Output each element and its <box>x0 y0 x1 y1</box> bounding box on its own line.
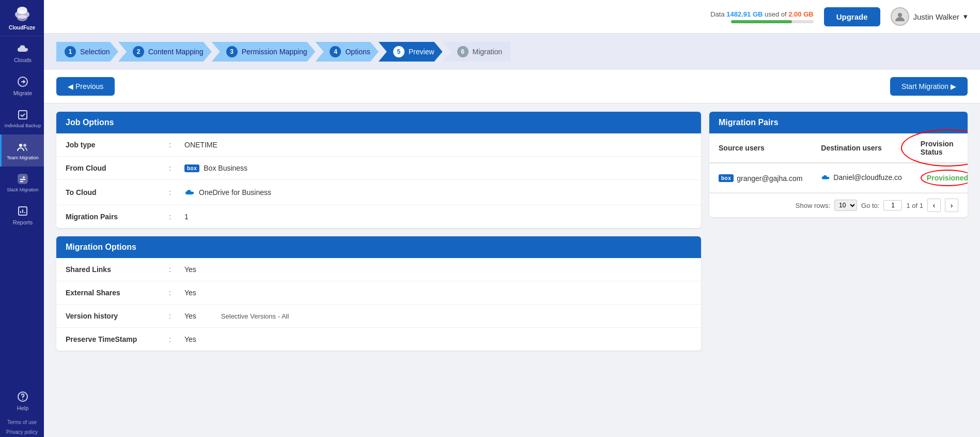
to-cloud-value: OneDrive for Business <box>184 187 692 198</box>
to-cloud-row: To Cloud : OneDrive for Business <box>56 180 701 205</box>
external-shares-colon: : <box>169 289 184 297</box>
pagination-prev-button[interactable]: ‹ <box>927 199 941 212</box>
right-panel: Migration Pairs Source users Destination… <box>709 112 968 351</box>
step-num-6: 6 <box>457 46 469 57</box>
sidebar-item-clouds-label: Clouds <box>14 57 32 63</box>
privacy-policy-link[interactable]: Privacy policy <box>6 427 38 437</box>
version-history-label: Version history <box>66 312 169 320</box>
terms-of-use-link[interactable]: Terms of use <box>7 417 37 427</box>
data-used: 1482.91 GB <box>726 10 763 18</box>
data-total: 2.00 GB <box>788 10 813 18</box>
box-cloud-icon: box <box>184 164 199 172</box>
version-history-colon: : <box>169 312 184 320</box>
page-info: 1 of 1 <box>906 202 923 209</box>
migration-pairs-row: Migration Pairs : 1 <box>56 205 701 228</box>
sidebar-item-reports-label: Reports <box>13 219 33 225</box>
source-users-header: Source users <box>709 133 812 163</box>
to-cloud-colon: : <box>169 188 184 197</box>
sidebar-bottom: Help Terms of use Privacy policy <box>0 384 44 437</box>
rows-per-page-select[interactable]: 10 25 50 <box>834 200 857 211</box>
svg-point-2 <box>17 15 27 21</box>
from-cloud-name: Box Business <box>204 164 247 172</box>
external-shares-row: External Shares : Yes <box>56 281 701 305</box>
sidebar-item-clouds[interactable]: Clouds <box>0 36 44 69</box>
step-permission-mapping[interactable]: 3 Permission Mapping <box>212 42 316 62</box>
previous-button[interactable]: ◀ Previous <box>56 77 115 96</box>
step-num-3: 3 <box>226 46 238 57</box>
data-progress-bar <box>731 20 814 23</box>
team-migration-icon <box>17 141 29 153</box>
migration-options-body: Shared Links : Yes External Shares : Yes… <box>56 258 701 351</box>
user-chevron-icon: ▾ <box>963 12 968 21</box>
preserve-timestamp-row: Preserve TimeStamp : Yes <box>56 328 701 351</box>
migration-pairs-card-header: Migration Pairs <box>709 112 968 133</box>
step-num-2: 2 <box>133 46 144 57</box>
shared-links-colon: : <box>169 265 184 274</box>
step-preview[interactable]: 5 Preview <box>379 42 443 62</box>
source-user-email: granger@gajha.com <box>737 174 802 183</box>
progress-bar-fill <box>731 20 792 23</box>
svg-point-11 <box>22 399 23 400</box>
step-selection[interactable]: 1 Selection <box>56 42 118 62</box>
sidebar-item-individual-backup[interactable]: Individual Backup <box>0 102 44 134</box>
step-label-4: Options <box>345 48 370 56</box>
to-cloud-name: OneDrive for Business <box>199 188 271 197</box>
destination-onedrive-icon <box>821 173 830 182</box>
data-usage: Data 1482.91 GB used of 2.00 GB <box>710 10 813 23</box>
help-icon <box>17 390 29 403</box>
sidebar-item-slack-migration[interactable]: Slack Migration <box>0 167 44 199</box>
sidebar-item-migrate[interactable]: Migrate <box>0 69 44 102</box>
from-cloud-value: box Box Business <box>184 164 692 172</box>
migration-pairs-value: 1 <box>184 213 692 221</box>
user-avatar-icon <box>894 11 906 22</box>
svg-point-6 <box>23 144 26 147</box>
action-bar: ◀ Previous Start Migration ▶ <box>44 70 980 103</box>
user-name: Justin Walker <box>913 12 959 21</box>
migration-options-header: Migration Options <box>56 236 701 258</box>
from-cloud-label: From Cloud <box>66 164 169 172</box>
destination-user-cell: Daniel@cloudfuze.co <box>812 163 911 193</box>
reports-icon <box>17 205 29 217</box>
start-migration-button[interactable]: Start Migration ▶ <box>890 77 968 96</box>
external-shares-label: External Shares <box>66 289 169 297</box>
main-content: Data 1482.91 GB used of 2.00 GB Upgrade … <box>44 0 980 437</box>
step-options[interactable]: 4 Options <box>315 42 378 62</box>
pagination: Show rows: 10 25 50 Go to: 1 of 1 ‹ › <box>709 193 968 217</box>
sidebar-item-help[interactable]: Help <box>0 384 44 417</box>
step-num-4: 4 <box>330 46 341 57</box>
job-type-row: Job type : ONETIME <box>56 133 701 157</box>
logo-icon <box>13 5 32 24</box>
destination-users-header: Destination users <box>812 133 911 163</box>
step-content-mapping[interactable]: 2 Content Mapping <box>118 42 212 62</box>
goto-input[interactable] <box>883 200 902 210</box>
migration-pairs-table: Source users Destination users Provision… <box>709 133 968 193</box>
migration-pairs-card-body: Source users Destination users Provision… <box>709 133 968 193</box>
migration-options-card: Migration Options Shared Links : Yes Ext… <box>56 236 701 351</box>
step-label-6: Migration <box>473 48 503 56</box>
left-panel: Job Options Job type : ONETIME From Clou… <box>56 112 701 351</box>
sidebar-item-team-migration[interactable]: Team Migration <box>0 134 44 167</box>
provisioned-badge: Provisioned <box>921 170 968 186</box>
pagination-next-button[interactable]: › <box>945 199 958 212</box>
shared-links-label: Shared Links <box>66 265 169 274</box>
version-history-row: Version history : Yes Selective Versions… <box>56 305 701 328</box>
data-usage-text: Data 1482.91 GB used of 2.00 GB <box>710 10 813 18</box>
version-history-extra: Selective Versions - All <box>221 312 289 320</box>
sidebar-item-reports[interactable]: Reports <box>0 199 44 232</box>
sidebar-logo: CloudFuze <box>0 0 44 36</box>
migration-pairs-card: Migration Pairs Source users Destination… <box>709 112 968 217</box>
user-info[interactable]: Justin Walker ▾ <box>891 7 968 26</box>
step-migration[interactable]: 6 Migration <box>443 42 511 62</box>
to-cloud-label: To Cloud <box>66 188 169 197</box>
preserve-timestamp-colon: : <box>169 335 184 343</box>
upgrade-button[interactable]: Upgrade <box>824 7 880 26</box>
content-area: 1 Selection 2 Content Mapping 3 Permissi… <box>44 34 980 437</box>
version-history-value: Yes Selective Versions - All <box>184 312 692 320</box>
svg-point-12 <box>898 13 902 17</box>
job-type-label: Job type <box>66 141 169 149</box>
table-header-row: Source users Destination users Provision… <box>709 133 968 163</box>
onedrive-cloud-icon <box>184 187 195 198</box>
table-row: box granger@gajha.com <box>709 163 968 193</box>
preserve-timestamp-value: Yes <box>184 335 692 343</box>
sidebar: CloudFuze Clouds Migrate Individual Back… <box>0 0 44 437</box>
